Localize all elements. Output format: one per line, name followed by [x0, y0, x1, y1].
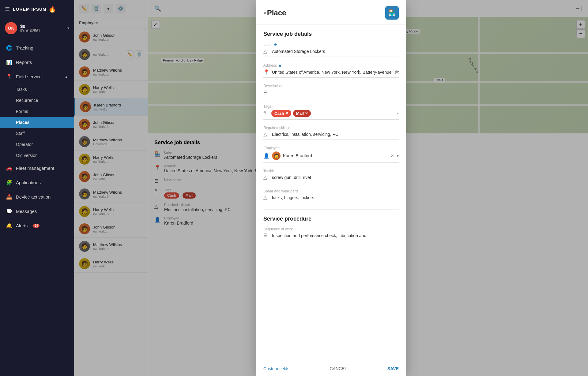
user-section[interactable]: OK $0 ID: #102561 ▾ [0, 18, 74, 38]
toolkit-icon: △ [263, 174, 270, 180]
form-row-skill: △ Electrics, installation, servicing, PC [263, 131, 399, 140]
sidebar-header: ☰ LOREM IPSUM 🔥 [0, 0, 74, 18]
label-input[interactable]: Automated Storage Lockers [272, 49, 399, 54]
form-row-label: △ Automated Storage Lockers [263, 48, 399, 57]
form-row-sequence: ☰ Inspection and perfomance check, lubri… [263, 233, 399, 241]
sidebar-item-staff[interactable]: Staff [0, 128, 74, 139]
spear-icon: △ [263, 195, 270, 200]
modal-body: Service job details Label ★ △ Automated … [256, 25, 406, 361]
form-field-description: Description ☰ [263, 84, 399, 98]
hamburger-icon[interactable]: ☰ [5, 6, 10, 13]
save-button[interactable]: SAVE [387, 366, 399, 371]
sidebar-item-messages[interactable]: 💬 Messages [0, 204, 74, 218]
logo-icon: 🔥 [48, 6, 56, 13]
form-label-skill: Required skill set [263, 126, 399, 130]
sidebar-item-operator[interactable]: Operator [0, 139, 74, 150]
form-field-toolkit: Toolkit △ screw gun, drill, rivet [263, 169, 399, 183]
modal-footer: Custom fields CANCEL SAVE [256, 361, 406, 376]
place-modal: × Place 🏪 Service job details Label ★ △ [256, 0, 406, 376]
employee-selector[interactable]: Karen Bradford [283, 153, 388, 158]
tag-cash-remove[interactable]: ✕ [285, 111, 288, 115]
form-field-skill: Required skill set △ Electrics, installa… [263, 126, 399, 140]
field-service-expand-icon: ▲ [65, 75, 68, 79]
avatar: 🧑 [272, 151, 281, 160]
sidebar-item-places[interactable]: Places [0, 117, 74, 128]
device-activation-icon: 📥 [6, 194, 12, 200]
tag-mall-remove[interactable]: ✕ [305, 111, 308, 115]
form-label-toolkit: Toolkit [263, 169, 399, 173]
tags-input-row: # Cash ✕ Mall ✕ ▾ [263, 110, 399, 120]
user-balance: $0 [20, 24, 64, 29]
skill-input[interactable]: Electrics, installation, servicing, PC [272, 132, 399, 137]
sidebar-item-applications[interactable]: 🧩 Applications [0, 175, 74, 190]
alerts-icon: 🔔 [6, 223, 12, 229]
reports-icon: 📊 [6, 59, 12, 65]
sidebar-item-alerts[interactable]: 🔔 Alerts 16 [0, 218, 74, 233]
employee-dropdown-icon[interactable]: ▾ [397, 153, 399, 158]
sidebar-item-tasks[interactable]: Tasks [0, 84, 74, 95]
sidebar-item-device-activation[interactable]: 📥 Device activation [0, 190, 74, 204]
custom-fields-link[interactable]: Custom fields [263, 366, 289, 371]
fleet-icon: 🚗 [6, 165, 12, 171]
description-input[interactable] [272, 89, 399, 95]
toolkit-input[interactable]: screw gun, drill, rivet [272, 175, 399, 180]
tags-dropdown-icon[interactable]: ▾ [397, 111, 399, 116]
form-field-address: Address ★ 📍 United States of America, Ne… [263, 63, 399, 78]
procedure-section-title: Service procedure [263, 216, 399, 222]
app-logo: LOREM IPSUM 🔥 [13, 6, 56, 13]
sidebar-item-tracking[interactable]: 🌐 Tracking [0, 41, 74, 55]
tag-mall-pill: Mall ✕ [293, 110, 311, 117]
form-field-spear: Spear and wear parts △ locks, hingers, l… [263, 189, 399, 203]
address-map-icon[interactable]: 🗺 [394, 70, 399, 75]
sidebar-item-label: Messages [16, 209, 37, 214]
employee-avatar-icon: 🧑 [272, 151, 281, 160]
sidebar-item-reports[interactable]: 📊 Reports [0, 55, 74, 69]
sidebar-item-label: Device activation [16, 194, 51, 199]
sidebar-item-forms[interactable]: Forms [0, 106, 74, 117]
person-icon: 👤 [263, 153, 270, 159]
cancel-button[interactable]: CANCEL [330, 366, 347, 371]
sidebar-item-old-version[interactable]: Old version [0, 150, 74, 161]
sidebar-item-label: Fleet management [16, 166, 54, 171]
messages-icon: 💬 [6, 208, 12, 214]
sidebar-item-label: Alerts [16, 223, 28, 228]
main-area: ✏️ 🗑️ ▼ ⚙️ Employee 🧑 John Gibson ew Yor… [74, 0, 588, 376]
sidebar-nav: 🌐 Tracking 📊 Reports 📍 Field service ▲ T… [0, 38, 74, 376]
form-label-description: Description [263, 84, 399, 88]
sidebar-item-recurrence[interactable]: Recurrence [0, 95, 74, 106]
description-text-icon: ☰ [263, 90, 270, 95]
sidebar-item-label: Applications [16, 180, 41, 185]
hash-icon: # [263, 111, 270, 116]
tracking-icon: 🌐 [6, 45, 12, 51]
modal-header: × Place 🏪 [256, 0, 406, 25]
modal-title: Place [267, 9, 286, 17]
section-divider [263, 209, 399, 210]
alerts-badge: 16 [33, 224, 40, 228]
address-input[interactable]: United States of America, New York, New … [272, 70, 392, 75]
spear-input[interactable]: locks, hingers, lockers [272, 195, 399, 200]
form-label-employee: Employee [263, 146, 399, 150]
user-dropdown-arrow[interactable]: ▾ [67, 26, 69, 30]
modal-place-icon: 🏪 [385, 6, 399, 20]
sequence-input[interactable]: Inspection and perfomance check, lubrica… [272, 233, 399, 238]
modal-section-title: Service job details [263, 31, 399, 37]
employee-clear-icon[interactable]: ✕ [390, 153, 394, 158]
form-row-address: 📍 United States of America, New York, Ne… [263, 69, 399, 78]
form-row-employee: 👤 🧑 Karen Bradford ✕ ▾ [263, 151, 399, 163]
sidebar-item-fleet-management[interactable]: 🚗 Fleet management [0, 161, 74, 175]
tag-cash-pill: Cash ✕ [271, 110, 291, 117]
sidebar-item-label: Reports [16, 60, 32, 65]
form-field-label: Label ★ △ Automated Storage Lockers [263, 42, 399, 57]
field-service-icon: 📍 [6, 74, 12, 80]
modal-title-row: Place [267, 9, 385, 17]
modal-close-button[interactable]: × [263, 9, 267, 17]
sequence-icon: ☰ [263, 233, 270, 238]
form-label-address: Address ★ [263, 63, 399, 68]
form-row-description: ☰ [263, 89, 399, 98]
sidebar-item-field-service[interactable]: 📍 Field service ▲ [0, 69, 74, 84]
form-field-tags: Tags # Cash ✕ Mall ✕ ▾ [263, 104, 399, 120]
skill-set-icon: △ [263, 131, 270, 137]
user-info: $0 ID: #102561 [20, 24, 64, 33]
sidebar: ☰ LOREM IPSUM 🔥 OK $0 ID: #102561 ▾ 🌐 Tr… [0, 0, 74, 376]
form-row-spear: △ locks, hingers, lockers [263, 195, 399, 203]
